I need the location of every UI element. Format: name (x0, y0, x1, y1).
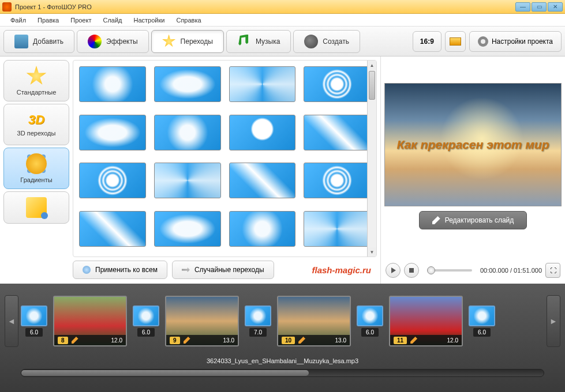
category-gradients[interactable]: Градиенты (3, 148, 69, 189)
transition-duration[interactable]: 6.0 (361, 328, 379, 337)
thumbnails-scrollbar[interactable]: ▲ ▼ (367, 61, 376, 257)
aspect-ratio-button[interactable]: 16:9 (413, 31, 441, 52)
menu-help[interactable]: Справка (170, 15, 207, 25)
slide-duration[interactable]: 13.0 (335, 337, 346, 344)
menu-edit[interactable]: Правка (32, 15, 65, 25)
maximize-button[interactable]: ▭ (532, 2, 547, 12)
timeline-scroll-left[interactable]: ◄ (5, 295, 18, 347)
slide-thumbnail[interactable]: 9 13.0 (165, 296, 239, 346)
thumbnails-grid (73, 61, 376, 257)
apply-all-button[interactable]: Применить ко всем (73, 261, 167, 279)
preview-viewport: Как прекрасен этот мир (384, 83, 562, 206)
scroll-down-icon[interactable]: ▼ (368, 247, 376, 257)
transition-duration[interactable]: 6.0 (473, 328, 491, 337)
category-3d[interactable]: 3D 3D переходы (3, 104, 69, 145)
gradient-icon (26, 153, 47, 174)
slide-duration[interactable]: 12.0 (111, 337, 122, 344)
slide-item[interactable]: 8 12.0 (53, 296, 127, 346)
transition-thumb[interactable] (229, 211, 296, 247)
transition-thumb[interactable] (229, 66, 296, 102)
transition-slot: 6.0 (133, 306, 159, 337)
category-standard[interactable]: Стандартные (3, 60, 69, 101)
tab-add[interactable]: Добавить (3, 30, 74, 53)
tab-music[interactable]: Музыка (226, 30, 291, 53)
transition-thumb[interactable] (79, 115, 146, 150)
transition-preview[interactable] (357, 306, 383, 326)
play-button[interactable] (386, 263, 401, 278)
scrollbar-thumb[interactable] (369, 71, 375, 100)
pencil-icon[interactable] (72, 337, 78, 344)
transition-preview[interactable] (133, 306, 159, 326)
slide-number: 11 (394, 337, 407, 344)
tab-create-label: Создать (323, 37, 349, 46)
timeline-strip: ◄ 6.0 8 12.0 6.0 9 13.0 (3, 289, 562, 353)
category-gradients-label: Градиенты (20, 176, 52, 183)
slide-item[interactable]: 9 13.0 (165, 296, 239, 346)
star-icon (162, 35, 176, 48)
transition-thumb[interactable] (79, 211, 146, 247)
audio-track-label: 3624033_Lyus_en_SHambalani__Muzuyka_lesa… (3, 357, 562, 364)
menu-slide[interactable]: Слайд (97, 15, 128, 25)
slide-thumbnail[interactable]: 11 12.0 (389, 296, 463, 346)
tab-create[interactable]: Создать (293, 30, 360, 53)
app-icon (2, 2, 12, 12)
tab-effects[interactable]: Эффекты (77, 30, 149, 53)
transition-duration[interactable]: 7.0 (249, 328, 267, 337)
transition-thumb[interactable] (304, 115, 371, 150)
transition-thumb[interactable] (304, 66, 371, 102)
transition-thumb[interactable] (79, 66, 146, 102)
minimize-button[interactable]: — (515, 2, 530, 12)
transition-thumb[interactable] (154, 163, 221, 198)
category-3d-label: 3D переходы (17, 130, 56, 137)
slide-number: 9 (170, 337, 180, 344)
category-other[interactable] (3, 191, 69, 224)
picture-icon (450, 37, 461, 46)
transition-thumb[interactable] (154, 115, 221, 150)
timeline-scroll-right[interactable]: ► (547, 295, 560, 347)
timeline-scrollbar-thumb[interactable] (21, 370, 309, 376)
menu-settings[interactable]: Настройки (128, 15, 171, 25)
3d-icon: 3D (28, 112, 44, 127)
transition-duration[interactable]: 6.0 (25, 328, 43, 337)
slide-footer: 10 13.0 (278, 335, 350, 345)
slide-duration[interactable]: 13.0 (223, 337, 234, 344)
stop-button[interactable] (404, 263, 419, 278)
toolbar-right: 16:9 Настройки проекта (413, 31, 562, 52)
slide-item[interactable]: 10 13.0 (277, 296, 351, 346)
menu-file[interactable]: Файл (5, 15, 32, 25)
transition-thumb[interactable] (154, 211, 221, 247)
transition-preview[interactable] (469, 306, 495, 326)
pencil-icon[interactable] (184, 337, 190, 344)
transition-preview[interactable] (245, 306, 271, 326)
transition-thumb[interactable] (154, 66, 221, 102)
transition-thumb[interactable] (304, 163, 371, 198)
thumbnails-container: ▲ ▼ (73, 60, 377, 257)
edit-slide-button[interactable]: Редактировать слайд (419, 211, 527, 229)
transition-preview[interactable] (21, 306, 47, 326)
tab-transitions[interactable]: Переходы (151, 30, 224, 53)
slide-thumbnail[interactable]: 10 13.0 (277, 296, 351, 346)
pencil-icon (432, 216, 440, 224)
scroll-up-icon[interactable]: ▲ (368, 61, 376, 70)
transition-thumb[interactable] (79, 163, 146, 198)
pencil-icon[interactable] (410, 337, 417, 344)
pencil-icon[interactable] (298, 337, 305, 344)
random-label: Случайные переходы (194, 266, 264, 274)
picture-mode-button[interactable] (445, 31, 466, 52)
timeline-scrollbar[interactable] (21, 369, 544, 377)
transition-duration[interactable]: 6.0 (137, 328, 155, 337)
project-settings-button[interactable]: Настройки проекта (469, 31, 562, 52)
transition-thumb[interactable] (229, 115, 296, 150)
close-button[interactable]: ✕ (548, 2, 563, 12)
random-transitions-button[interactable]: Случайные переходы (172, 261, 274, 279)
star-icon (26, 66, 47, 86)
fullscreen-button[interactable]: ⛶ (545, 263, 560, 278)
slide-item[interactable]: 11 12.0 (389, 296, 463, 346)
transition-thumb[interactable] (229, 163, 296, 198)
menu-project[interactable]: Проект (65, 15, 97, 25)
transition-thumb[interactable] (304, 211, 371, 247)
seek-slider[interactable] (427, 269, 472, 272)
slide-duration[interactable]: 12.0 (447, 337, 458, 344)
slider-handle[interactable] (427, 266, 435, 274)
slide-thumbnail[interactable]: 8 12.0 (53, 296, 127, 346)
